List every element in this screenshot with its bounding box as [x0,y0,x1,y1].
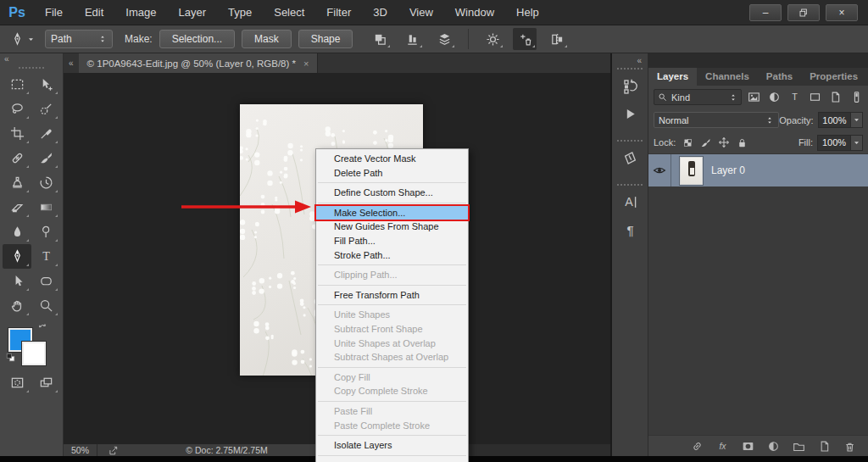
type-layer-filter-icon[interactable]: T [788,91,801,103]
layer-thumbnail[interactable] [680,157,703,185]
new-layer-icon[interactable] [818,440,831,453]
collapse-tools-button[interactable]: « [0,53,63,64]
context-menu-item-convert-path-to-extrusion[interactable]: Convert Path to Extrusion [316,459,468,462]
menu-window[interactable]: Window [444,0,505,25]
fill-field[interactable]: 100% [817,135,851,151]
align-edges-icon[interactable] [545,28,569,50]
add-layer-mask-icon[interactable] [742,440,754,453]
share-export-icon[interactable] [108,445,119,456]
restore-button[interactable] [787,4,820,21]
history-brush-tool[interactable] [31,170,60,195]
rectangular-marquee-tool[interactable] [3,72,31,97]
fill-dropdown-icon[interactable] [851,135,863,151]
tab-layers[interactable]: Layers [648,68,697,86]
dock-grip[interactable] [617,140,643,142]
menu-edit[interactable]: Edit [74,0,114,25]
blur-tool[interactable] [3,220,31,244]
brush-tool[interactable] [31,146,60,170]
menu-select[interactable]: Select [263,0,315,25]
zoom-level-field[interactable]: 50% [64,444,97,456]
path-arrangement-icon[interactable] [432,28,456,50]
move-tool[interactable] [31,72,60,97]
zoom-tool[interactable] [31,293,60,318]
background-color-swatch[interactable] [22,342,46,365]
tool-preset-picker[interactable] [7,31,38,48]
screen-mode-button[interactable] [31,370,60,395]
link-layers-icon[interactable] [691,440,704,453]
dock-grip[interactable] [617,68,643,70]
menu-layer[interactable]: Layer [168,0,218,25]
quick-selection-tool[interactable] [31,97,60,121]
context-menu-item-free-transform-path[interactable]: Free Transform Path [316,288,468,303]
pixel-layer-filter-icon[interactable] [748,91,760,103]
clone-stamp-tool[interactable] [3,170,31,195]
lasso-tool[interactable] [3,97,31,121]
auto-add-delete-icon[interactable] [513,28,537,50]
type-tool[interactable]: T [31,244,60,269]
character-panel-icon[interactable]: A [617,189,643,214]
eraser-tool[interactable] [3,195,31,220]
menu-3d[interactable]: 3D [362,0,398,25]
adjustment-layer-filter-icon[interactable] [768,91,781,103]
paragraph-panel-icon[interactable]: ¶ [617,217,643,242]
filter-kind-dropdown[interactable]: Kind [654,89,742,105]
tab-paths[interactable]: Paths [758,68,801,86]
layer-visibility-toggle[interactable] [648,154,671,186]
collapse-tabs-icon[interactable]: « [64,58,79,68]
new-adjustment-layer-icon[interactable] [767,440,780,453]
shape-layer-filter-icon[interactable] [809,91,821,103]
context-menu-item-create-vector-mask[interactable]: Create Vector Mask [316,152,468,166]
rectangle-shape-tool[interactable] [31,269,60,293]
history-icon[interactable] [617,73,643,98]
make-shape-button[interactable]: Shape [298,30,353,48]
spot-healing-brush-tool[interactable] [3,146,31,170]
document-tab[interactable]: © 1P0A9643-Edit.jpg @ 50% (Layer 0, RGB/… [79,53,319,73]
context-menu-item-stroke-path[interactable]: Stroke Path... [316,248,468,263]
lock-transparent-pixels-icon[interactable] [682,137,693,148]
libraries-icon[interactable] [617,145,643,170]
opacity-dropdown-icon[interactable] [851,112,863,128]
blend-mode-dropdown[interactable]: Normal [654,112,779,128]
smart-object-filter-icon[interactable] [829,91,842,103]
dock-grip[interactable] [617,184,643,186]
make-selection-button[interactable]: Selection... [159,30,235,48]
actions-play-icon[interactable] [617,101,643,126]
make-mask-button[interactable]: Mask [242,30,292,48]
crop-tool[interactable] [3,121,31,146]
lock-all-icon[interactable] [737,137,748,148]
path-alignment-icon[interactable] [400,28,424,50]
panel-grip[interactable] [19,67,44,69]
context-menu-item-new-guides-from-shape[interactable]: New Guides From Shape [316,220,468,234]
opacity-field[interactable]: 100% [818,112,852,128]
delete-layer-icon[interactable] [843,440,856,453]
gradient-tool[interactable] [31,195,60,220]
lock-image-pixels-icon[interactable] [700,137,711,148]
filter-toggle-icon[interactable] [850,91,863,103]
menu-filter[interactable]: Filter [315,0,362,25]
eyedropper-tool[interactable] [31,121,60,146]
gear-icon[interactable] [481,28,504,50]
tab-properties[interactable]: Properties [801,68,866,86]
close-document-icon[interactable]: × [303,58,309,69]
menu-help[interactable]: Help [505,0,550,25]
layer-style-icon[interactable]: fx [716,440,729,453]
context-menu-item-define-custom-shape[interactable]: Define Custom Shape... [316,186,468,200]
default-colors-icon[interactable] [5,352,16,363]
close-button[interactable]: × [826,4,858,21]
new-group-icon[interactable] [793,440,805,453]
context-menu-item-isolate-layers[interactable]: Isolate Layers [316,438,468,453]
tab-channels[interactable]: Channels [697,68,758,86]
menu-view[interactable]: View [398,0,444,25]
swap-colors-icon[interactable] [37,323,48,334]
path-selection-tool[interactable] [3,269,31,293]
minimize-button[interactable]: – [749,4,782,21]
context-menu-item-fill-path[interactable]: Fill Path... [316,234,468,248]
pen-tool[interactable] [3,244,31,269]
dodge-tool[interactable] [31,220,60,244]
menu-image[interactable]: Image [114,0,167,25]
context-menu-item-delete-path[interactable]: Delete Path [316,166,468,181]
menu-file[interactable]: File [34,0,74,25]
menu-type[interactable]: Type [217,0,263,25]
pen-mode-dropdown[interactable]: Path [45,30,113,48]
hand-tool[interactable] [3,293,31,318]
